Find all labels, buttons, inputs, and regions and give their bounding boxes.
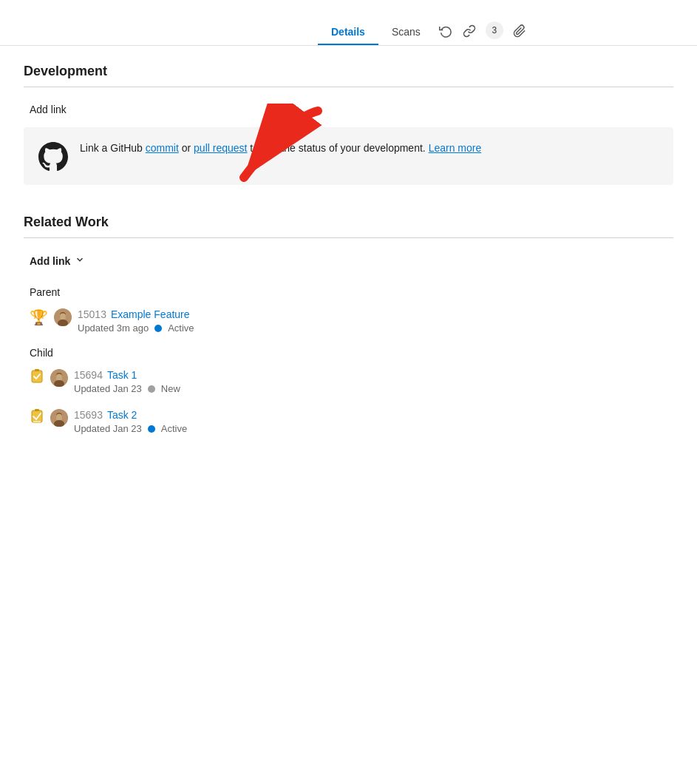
category-parent-label: Parent [30, 286, 673, 298]
svg-rect-5 [60, 317, 66, 320]
related-work-divider [24, 237, 673, 238]
avatar-15693 [50, 409, 68, 427]
github-learn-more-link[interactable]: Learn more [429, 142, 482, 154]
github-text: Link a GitHub commit or pull request to … [80, 141, 481, 156]
category-parent: Parent 🏆 [24, 286, 673, 338]
work-item-15693-title[interactable]: Task 2 [107, 409, 137, 421]
avatar-15694 [50, 369, 68, 387]
work-item-15013-status: Active [168, 322, 194, 334]
related-work-section: Related Work Add link Parent 🏆 [24, 214, 673, 439]
related-work-add-link[interactable]: Add link [24, 250, 673, 277]
work-item-15013-status-dot [154, 325, 162, 332]
work-item-15694-info: 15694 Task 1 Updated Jan 23 New [74, 369, 180, 394]
svg-rect-12 [56, 377, 62, 380]
link-icon[interactable] [458, 0, 481, 45]
work-item-15693[interactable]: 15693 Task 2 Updated Jan 23 Active [24, 405, 673, 439]
work-item-15694-status: New [161, 383, 180, 394]
work-item-15693-info: 15693 Task 2 Updated Jan 23 Active [74, 409, 187, 434]
tab-details[interactable]: Details [318, 0, 378, 45]
work-item-15694-title[interactable]: Task 1 [107, 369, 137, 381]
development-divider [24, 87, 673, 87]
work-item-15693-title-row: 15693 Task 2 [74, 409, 187, 421]
history-icon[interactable] [434, 0, 458, 45]
category-child-label: Child [30, 347, 673, 359]
tab-bar: Details Scans 3 [0, 0, 697, 46]
work-item-15694-meta: Updated Jan 23 New [74, 383, 180, 394]
development-title: Development [24, 64, 673, 79]
work-item-15013-id: 15013 [78, 308, 106, 320]
github-or: or [179, 142, 194, 154]
work-item-15013-title-row: 15013 Example Feature [78, 308, 194, 320]
github-info-box: Link a GitHub commit or pull request to … [24, 127, 673, 185]
link-count-badge[interactable]: 3 [481, 21, 508, 45]
work-item-15693-id: 15693 [74, 409, 103, 421]
work-item-15694-title-row: 15694 Task 1 [74, 369, 180, 381]
work-item-15694-updated: Updated Jan 23 [74, 383, 142, 394]
task-done-icon [30, 409, 44, 424]
github-pull-link[interactable]: pull request [194, 142, 247, 154]
work-item-15693-meta: Updated Jan 23 Active [74, 423, 187, 434]
avatar-15013 [54, 308, 72, 326]
tab-scans[interactable]: Scans [378, 0, 434, 45]
category-child: Child [24, 347, 673, 439]
svg-rect-7 [35, 369, 39, 371]
trophy-icon: 🏆 [30, 308, 48, 326]
work-item-15693-updated: Updated Jan 23 [74, 423, 142, 434]
related-work-title: Related Work [24, 214, 673, 230]
svg-rect-20 [56, 417, 62, 420]
development-section: Development Add link Link a GitHub commi… [24, 64, 673, 185]
work-item-15694-status-dot [148, 385, 155, 393]
development-add-link-label: Add link [30, 104, 67, 115]
work-item-15013[interactable]: 🏆 15013 [24, 304, 673, 338]
work-item-15013-updated: Updated 3m ago [78, 322, 149, 334]
development-add-link[interactable]: Add link [24, 99, 673, 127]
github-prefix: Link a GitHub [80, 142, 146, 154]
page-wrapper: Details Scans 3 [0, 0, 697, 456]
work-item-15013-title[interactable]: Example Feature [111, 308, 190, 320]
badge-number: 3 [486, 21, 503, 39]
work-item-15694[interactable]: 15694 Task 1 Updated Jan 23 New [24, 365, 673, 399]
work-item-15694-id: 15694 [74, 369, 103, 381]
main-content: Development Add link Link a GitHub commi… [0, 46, 697, 456]
chevron-down-icon [75, 254, 85, 267]
svg-rect-14 [35, 409, 39, 411]
work-item-15013-info: 15013 Example Feature Updated 3m ago Act… [78, 308, 194, 334]
work-item-15693-status: Active [161, 423, 187, 434]
task-incomplete-icon [30, 369, 44, 384]
github-suffix: to see the status of your development. [247, 142, 428, 154]
github-commit-link[interactable]: commit [146, 142, 179, 154]
work-item-15693-status-dot [148, 425, 155, 433]
github-octocat-icon [38, 142, 68, 172]
work-item-15013-meta: Updated 3m ago Active [78, 322, 194, 334]
related-work-add-link-label: Add link [30, 255, 70, 267]
attachment-icon[interactable] [508, 0, 531, 45]
